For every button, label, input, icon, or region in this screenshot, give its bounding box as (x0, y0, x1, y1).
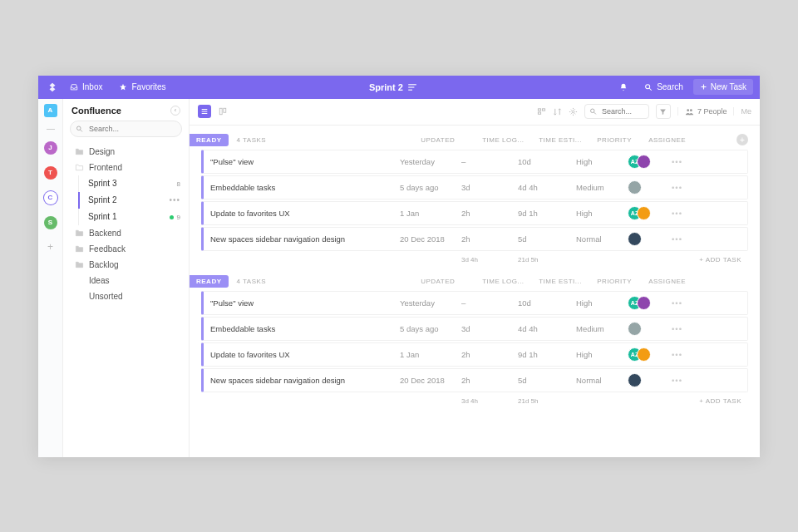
notifications-button[interactable] (613, 80, 634, 95)
content-area: READY4 TASKSUPDATEDTIME LOG...TIME ESTI.… (190, 126, 760, 457)
sidebar-item-frontend[interactable]: Frontend (66, 160, 189, 175)
plus-icon (700, 83, 707, 91)
sidebar-item-feedback[interactable]: Feedback (66, 241, 189, 257)
col-time-estimate[interactable]: TIME ESTI... (539, 136, 597, 144)
task-menu-icon[interactable]: ••• (667, 298, 682, 308)
task-title: Embeddable tasks (210, 324, 400, 333)
col-assignee[interactable]: ASSIGNEE (648, 136, 688, 144)
inbox-icon (70, 83, 78, 91)
status-pill[interactable]: READY (190, 134, 229, 146)
sidebar-item-ideas[interactable]: Ideas (66, 273, 189, 288)
workspace-j[interactable]: J (44, 141, 57, 155)
task-row[interactable]: "Pulse" viewYesterday–10dHighAZ••• (201, 150, 748, 174)
sidebar-item-sprint-2[interactable]: Sprint 2••• (66, 192, 189, 209)
task-menu-icon[interactable]: ••• (667, 324, 682, 333)
col-time-logged[interactable]: TIME LOG... (482, 136, 539, 144)
task-priority: High (576, 350, 628, 359)
sidebar-item-backend[interactable]: Backend (66, 225, 189, 241)
svg-rect-12 (219, 108, 222, 115)
app-body: AJTCS+ Confluence ‹ DesignFrontendSprint… (38, 99, 760, 457)
task-assignees (628, 232, 667, 246)
task-title: Update to favorites UX (210, 209, 400, 218)
workspace-s[interactable]: S (44, 216, 57, 229)
sidebar-item-design[interactable]: Design (66, 144, 189, 160)
sidebar-item-sprint-3[interactable]: Sprint 38 (66, 175, 189, 192)
folder-icon (75, 147, 84, 155)
task-updated: 1 Jan (400, 350, 461, 359)
svg-point-17 (572, 111, 574, 113)
group-footer: 3d 4h21d 5h+ ADD TASK (201, 253, 748, 275)
item-menu-icon[interactable]: ••• (169, 195, 180, 204)
me-button[interactable]: Me (733, 107, 751, 116)
svg-rect-14 (538, 108, 540, 110)
add-task-button[interactable]: + ADD TASK (699, 256, 741, 264)
task-menu-icon[interactable]: ••• (667, 157, 682, 166)
add-column-button[interactable]: + (736, 134, 748, 145)
sidebar-item-unsorted[interactable]: Unsorted (66, 288, 189, 304)
task-title: Update to favorites UX (210, 350, 400, 359)
collapse-sidebar-button[interactable]: ‹ (170, 106, 180, 116)
search-button[interactable]: Search (638, 79, 690, 95)
task-row[interactable]: New spaces sidebar navigation design20 D… (201, 368, 748, 392)
favorites-label: Favorites (131, 82, 165, 91)
task-row[interactable]: "Pulse" viewYesterday–10dHighAZ••• (201, 291, 748, 315)
task-assignees: AZ (628, 155, 667, 169)
task-menu-icon[interactable]: ••• (667, 209, 682, 218)
status-pill[interactable]: READY (190, 275, 229, 288)
col-time-estimate[interactable]: TIME ESTI... (539, 278, 597, 285)
col-updated[interactable]: UPDATED (421, 136, 482, 144)
avatar[interactable] (628, 180, 642, 195)
task-menu-icon[interactable]: ••• (667, 183, 682, 192)
list-view-button[interactable] (198, 105, 211, 118)
col-updated[interactable]: UPDATED (421, 278, 482, 285)
topbar-title[interactable]: Sprint 2 (173, 82, 613, 92)
task-row[interactable]: New spaces sidebar navigation design20 D… (201, 227, 748, 251)
total-estimate: 21d 5h (518, 397, 576, 405)
workspace-a[interactable]: A (44, 104, 57, 117)
sort-icon[interactable] (553, 107, 562, 116)
main-search (584, 104, 649, 119)
task-time-estimate: 9d 1h (518, 209, 576, 218)
avatar[interactable] (628, 373, 642, 387)
favorites-button[interactable]: Favorites (112, 79, 172, 95)
avatar[interactable] (637, 296, 651, 310)
task-row[interactable]: Embeddable tasks5 days ago3d4d 4hMedium•… (201, 175, 748, 200)
sidebar-item-label: Sprint 3 (88, 179, 116, 188)
task-time-logged: 2h (461, 350, 518, 359)
board-view-button[interactable] (216, 105, 229, 118)
task-row[interactable]: Embeddable tasks5 days ago3d4d 4hMedium•… (201, 317, 748, 341)
filter-button[interactable] (656, 104, 671, 119)
avatar[interactable] (637, 347, 651, 362)
workspace-c[interactable]: C (44, 191, 57, 204)
task-updated: 1 Jan (400, 209, 461, 218)
group-icon[interactable] (537, 107, 546, 116)
settings-icon[interactable] (569, 107, 578, 116)
search-icon (589, 108, 597, 116)
people-button[interactable]: 7 People (677, 107, 727, 116)
avatar[interactable] (637, 155, 651, 169)
sidebar-item-sprint-1[interactable]: Sprint 19 (66, 209, 189, 225)
col-assignee[interactable]: ASSIGNEE (648, 278, 688, 285)
task-menu-icon[interactable]: ••• (667, 350, 682, 359)
col-priority[interactable]: PRIORITY (597, 136, 648, 144)
new-task-button[interactable]: New Task (693, 79, 753, 95)
avatar[interactable] (637, 206, 651, 220)
rail-divider (47, 129, 55, 130)
sidebar-search-input[interactable] (70, 121, 182, 137)
app-logo-icon[interactable] (45, 80, 60, 95)
avatar[interactable] (628, 322, 642, 336)
col-priority[interactable]: PRIORITY (597, 278, 648, 285)
col-time-logged[interactable]: TIME LOG... (482, 278, 539, 285)
sidebar-search (70, 121, 182, 137)
task-menu-icon[interactable]: ••• (667, 234, 682, 244)
task-row[interactable]: Update to favorites UX1 Jan2h9d 1hHighAZ… (201, 201, 748, 225)
add-workspace-button[interactable]: + (47, 241, 53, 253)
add-task-button[interactable]: + ADD TASK (699, 397, 741, 405)
task-row[interactable]: Update to favorites UX1 Jan2h9d 1hHighAZ… (201, 342, 748, 367)
task-time-estimate: 4d 4h (518, 183, 576, 192)
inbox-button[interactable]: Inbox (63, 79, 109, 95)
avatar[interactable] (628, 232, 642, 246)
workspace-t[interactable]: T (44, 166, 57, 180)
sidebar-item-backlog[interactable]: Backlog (66, 257, 189, 273)
task-menu-icon[interactable]: ••• (667, 376, 682, 385)
